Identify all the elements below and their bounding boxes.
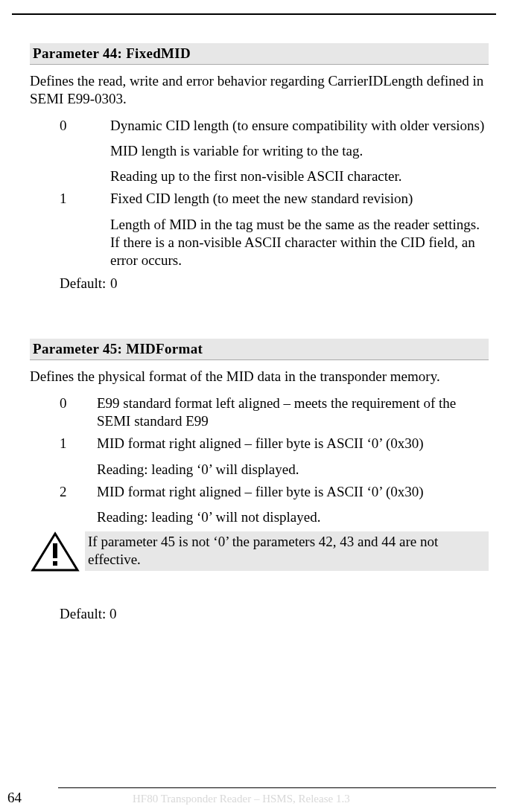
text-line: Reading: leading ‘0’ will not displayed. [97, 508, 489, 526]
footer-rule [58, 787, 496, 788]
param44-header: Parameter 44: FixedMID [30, 43, 489, 65]
param45-header: Parameter 45: MIDFormat [30, 339, 489, 360]
value-key: 0 [30, 394, 97, 431]
param44-row-1: 1 Fixed CID length (to meet the new stan… [30, 190, 489, 269]
param45-row-1: 1 MID format right aligned – filler byte… [30, 435, 489, 479]
value-desc: Fixed CID length (to meet the new standa… [110, 190, 489, 269]
warning-text: If parameter 45 is not ‘0’ the parameter… [85, 531, 489, 572]
section-gap [30, 297, 489, 339]
value-key: 0 [30, 117, 110, 186]
top-rule [12, 13, 496, 15]
page-number: 64 [0, 790, 58, 806]
param44-row-default: Default: 0 [30, 275, 489, 292]
text-line: MID format right aligned – filler byte i… [97, 483, 489, 501]
value-desc: MID format right aligned – filler byte i… [97, 435, 489, 479]
param45-default-line: Default: 0 [30, 606, 489, 622]
value-desc: E99 standard format left aligned – meets… [97, 394, 489, 431]
warning-icon [30, 531, 85, 576]
document-page: Parameter 44: FixedMID Defines the read,… [0, 0, 508, 812]
svg-rect-2 [53, 561, 57, 566]
text-line: Fixed CID length (to meet the new standa… [110, 190, 489, 208]
text-line: MID format right aligned – filler byte i… [97, 435, 489, 453]
warning-row: If parameter 45 is not ‘0’ the parameter… [30, 531, 489, 576]
value-key: 1 [30, 190, 110, 269]
text-line: Dynamic CID length (to ensure compatibil… [110, 117, 489, 135]
page-footer: 64 HF80 Transponder Reader – HSMS, Relea… [0, 787, 508, 806]
value-desc: MID format right aligned – filler byte i… [97, 483, 489, 527]
value-key: 2 [30, 483, 97, 527]
text-line: E99 standard format left aligned – meets… [97, 394, 489, 431]
svg-rect-1 [53, 543, 57, 558]
text-line: MID length is variable for writing to th… [110, 142, 489, 160]
value-key: 1 [30, 435, 97, 479]
text-line: Reading up to the first non-visible ASCI… [110, 167, 489, 185]
param45-values: 0 E99 standard format left aligned – mee… [30, 394, 489, 527]
text-line: Length of MID in the tag must be the sam… [110, 216, 489, 270]
param44-values: 0 Dynamic CID length (to ensure compatib… [30, 117, 489, 293]
value-desc: Dynamic CID length (to ensure compatibil… [110, 117, 489, 186]
text-line: Reading: leading ‘0’ will displayed. [97, 461, 489, 479]
default-val: 0 [110, 275, 489, 292]
param45-row-2: 2 MID format right aligned – filler byte… [30, 483, 489, 527]
param45-intro: Defines the physical format of the MID d… [30, 368, 489, 386]
footer-text: HF80 Transponder Reader – HSMS, Release … [58, 793, 508, 805]
footer-row: 64 HF80 Transponder Reader – HSMS, Relea… [0, 790, 508, 806]
param44-intro: Defines the read, write and error behavi… [30, 72, 489, 108]
default-key: Default: [30, 275, 110, 292]
param44-row-0: 0 Dynamic CID length (to ensure compatib… [30, 117, 489, 186]
param45-row-0: 0 E99 standard format left aligned – mee… [30, 394, 489, 431]
content-area: Parameter 44: FixedMID Defines the read,… [12, 43, 496, 622]
